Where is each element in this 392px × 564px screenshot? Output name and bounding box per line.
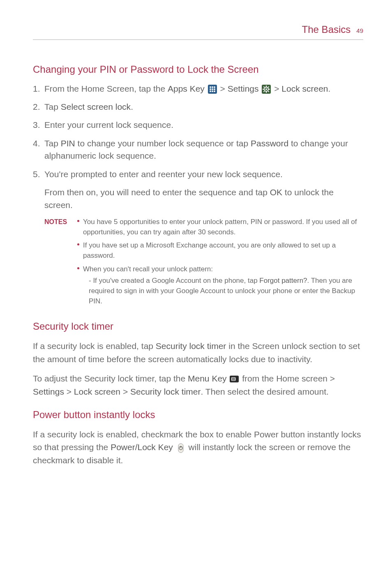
- svg-line-19: [264, 91, 265, 92]
- bold-power-lock-key: Power/Lock Key: [111, 442, 173, 452]
- page-header: The Basics 49: [33, 23, 363, 40]
- step-item: 2. Tap Select screen lock.: [33, 101, 363, 113]
- svg-line-20: [268, 87, 269, 88]
- step-number: 2.: [33, 101, 40, 113]
- bullet-icon: [77, 243, 79, 245]
- step-text: .: [328, 84, 331, 93]
- page-number: 49: [356, 26, 363, 35]
- section-title-changing-pin: Changing your PIN or Password to Lock th…: [33, 62, 363, 77]
- notes-block: NOTES You have 5 opportunities to enter …: [44, 217, 363, 310]
- note-text: You have 5 opportunities to enter your u…: [83, 218, 357, 236]
- body-paragraph: If a security lock is enabled, tap Secur…: [33, 340, 363, 365]
- text: To adjust the Security lock timer, tap t…: [33, 374, 188, 383]
- body-paragraph: If a security lock is enabled, checkmark…: [33, 428, 363, 467]
- bullet-icon: [77, 220, 79, 222]
- step-text: to change your number lock sequence or t…: [75, 139, 251, 148]
- svg-point-3: [214, 86, 215, 88]
- svg-line-17: [264, 87, 265, 88]
- step-number: 4.: [33, 137, 40, 150]
- bold-lock-screen: Lock screen: [74, 387, 120, 396]
- menu-key-icon: [230, 374, 239, 384]
- bold-select-screen-lock: Select screen lock: [61, 102, 131, 111]
- bold-ok: OK: [270, 187, 282, 197]
- step-item: 5. You're prompted to enter and reenter …: [33, 168, 363, 180]
- bullet-icon: [77, 267, 79, 269]
- settings-gear-icon: [262, 85, 271, 94]
- step-text: .: [131, 102, 133, 111]
- bold-settings: Settings: [228, 84, 259, 93]
- bold-apps-key: Apps Key: [168, 84, 205, 93]
- svg-point-4: [210, 88, 211, 90]
- text: >: [64, 387, 74, 396]
- step-text: Tap: [44, 102, 61, 111]
- note-item: When you can't recall your unlock patter…: [77, 264, 363, 307]
- step-number: 1.: [33, 83, 40, 95]
- steps-list: 1. From the Home Screen, tap the Apps Ke…: [33, 83, 363, 181]
- step-text: From the Home Screen, tap the: [44, 84, 168, 93]
- svg-line-18: [268, 91, 269, 92]
- svg-point-7: [210, 90, 211, 92]
- step-number: 5.: [33, 168, 40, 180]
- step-item: 1. From the Home Screen, tap the Apps Ke…: [33, 83, 363, 95]
- header-title: The Basics: [302, 23, 351, 37]
- note-text: When you can't recall your unlock patter…: [83, 265, 213, 273]
- bold-security-lock-timer: Security lock timer: [156, 341, 226, 351]
- bold-menu-key: Menu Key: [188, 374, 227, 383]
- notes-label: NOTES: [44, 217, 77, 310]
- svg-point-8: [212, 90, 213, 92]
- bold-security-lock-timer: Security lock timer: [130, 387, 201, 396]
- svg-point-12: [265, 88, 267, 90]
- text: From then on, you will need to enter the…: [44, 187, 270, 197]
- bold-settings: Settings: [33, 387, 64, 396]
- text: If a security lock is enabled, tap: [33, 341, 156, 351]
- text: from the Home screen >: [242, 374, 335, 383]
- step-number: 3.: [33, 119, 40, 131]
- step-text: >: [218, 84, 228, 93]
- svg-point-1: [210, 86, 211, 88]
- step-item: 3. Enter your current lock sequence.: [33, 119, 363, 131]
- apps-grid-icon: [208, 85, 217, 94]
- step-text: You're prompted to enter and reenter you…: [44, 169, 283, 179]
- step-text: Tap: [44, 139, 61, 148]
- note-text: If you have set up a Microsoft Exchange …: [83, 241, 336, 259]
- note-item: If you have set up a Microsoft Exchange …: [77, 240, 363, 261]
- note-item: You have 5 opportunities to enter your u…: [77, 217, 363, 237]
- text: . Then select the desired amount.: [201, 387, 329, 396]
- power-lock-key-icon: [176, 444, 185, 453]
- bold-pin: PIN: [61, 139, 75, 148]
- svg-point-5: [212, 88, 213, 90]
- bold-password: Password: [251, 139, 288, 148]
- svg-point-9: [214, 90, 215, 92]
- bold-lock-screen: Lock screen: [281, 84, 328, 93]
- section-title-power-button: Power button instantly locks: [33, 408, 363, 422]
- section-title-security-lock-timer: Security lock timer: [33, 319, 363, 334]
- step-item: 4. Tap PIN to change your number lock se…: [33, 137, 363, 162]
- notes-items: You have 5 opportunities to enter your u…: [77, 217, 363, 310]
- step-text: Enter your current lock sequence.: [44, 120, 173, 129]
- text: >: [120, 387, 130, 396]
- svg-point-2: [212, 86, 213, 88]
- svg-point-6: [214, 88, 215, 90]
- note-subitem: - If you've created a Google Account on …: [89, 276, 363, 306]
- bold-forgot-pattern: Forgot pattern?: [259, 277, 307, 284]
- svg-rect-21: [230, 376, 239, 383]
- body-paragraph: To adjust the Security lock timer, tap t…: [33, 372, 363, 398]
- note-sub-text: - If you've created a Google Account on …: [89, 277, 259, 284]
- step-text: >: [272, 84, 281, 93]
- continuation-paragraph: From then on, you will need to enter the…: [44, 186, 363, 211]
